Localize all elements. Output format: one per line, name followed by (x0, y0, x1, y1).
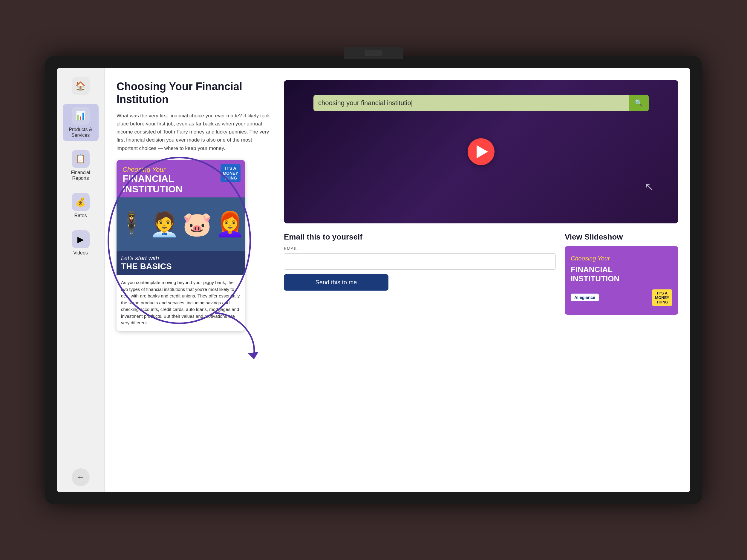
financial-icon: 📋 (72, 150, 89, 168)
bottom-panels: Email this to yourself EMAIL Send this t… (284, 232, 678, 315)
monitor-top (344, 47, 403, 59)
cursor-icon: ↖ (644, 180, 654, 193)
video-search-bar: 🔍 (313, 95, 649, 111)
svg-marker-0 (248, 352, 258, 359)
slideshow-preview[interactable]: Choosing Your FINANCIALINSTITUTION Alleg… (565, 246, 678, 315)
highlight-circle (108, 157, 251, 324)
videos-icon: ▶ (72, 230, 89, 248)
monitor-frame: 🏠 📊 Products & Services 📋 Financial Repo… (45, 56, 702, 504)
slideshow-section: View Slideshow Choosing Your FINANCIALIN… (565, 232, 678, 315)
send-button[interactable]: Send this to me (284, 274, 388, 291)
allegiance-logo: Allegiance (571, 294, 599, 301)
videos-label: Videos (73, 250, 88, 256)
email-label: EMAIL (284, 246, 556, 251)
play-triangle-icon (476, 145, 488, 158)
sidebar-item-home[interactable]: 🏠 (63, 74, 99, 98)
back-button[interactable]: ← (72, 468, 89, 486)
slideshow-card-subtitle: Choosing Your (571, 255, 610, 262)
sidebar-item-rates[interactable]: 💰 Rates (63, 190, 99, 221)
slideshow-card-title: FINANCIALINSTITUTION (571, 265, 619, 284)
infographic-container: Choosing Your FINANCIALINSTITUTION IT'S … (117, 160, 245, 331)
email-section-title: Email this to yourself (284, 232, 556, 242)
article-title: Choosing Your Financial Institution (117, 80, 272, 106)
email-input[interactable] (284, 253, 556, 270)
slideshow-logos: Allegiance IT'S AMONEYTHING (571, 289, 672, 306)
video-search-input[interactable] (313, 95, 629, 111)
arrow-annotation (209, 307, 269, 361)
financial-label: Financial Reports (66, 170, 96, 181)
sidebar: 🏠 📊 Products & Services 📋 Financial Repo… (57, 68, 105, 492)
play-button[interactable] (468, 138, 494, 165)
main-content: Choosing Your Financial Institution What… (105, 68, 690, 492)
left-panel: Choosing Your Financial Institution What… (117, 80, 272, 480)
article-body: What was the very first financial choice… (117, 112, 272, 152)
money-thing-logo: IT'S AMONEYTHING (652, 289, 672, 306)
video-player[interactable]: 🔍 ↖ (284, 80, 678, 223)
camera (364, 50, 383, 56)
sidebar-item-videos[interactable]: ▶ Videos (63, 227, 99, 259)
sidebar-item-products[interactable]: 📊 Products & Services (63, 104, 99, 141)
video-search-button[interactable]: 🔍 (629, 95, 649, 111)
email-section: Email this to yourself EMAIL Send this t… (284, 232, 556, 315)
home-icon: 🏠 (72, 77, 89, 95)
slideshow-title: View Slideshow (565, 232, 678, 242)
screen: 🏠 📊 Products & Services 📋 Financial Repo… (57, 68, 690, 492)
rates-icon: 💰 (72, 193, 89, 211)
products-label: Products & Services (66, 127, 96, 138)
sidebar-item-financial[interactable]: 📋 Financial Reports (63, 147, 99, 184)
right-panel: 🔍 ↖ Email this to yourself EMAIL Send th… (284, 80, 678, 480)
rates-label: Rates (74, 213, 87, 218)
products-icon: 📊 (72, 107, 89, 125)
